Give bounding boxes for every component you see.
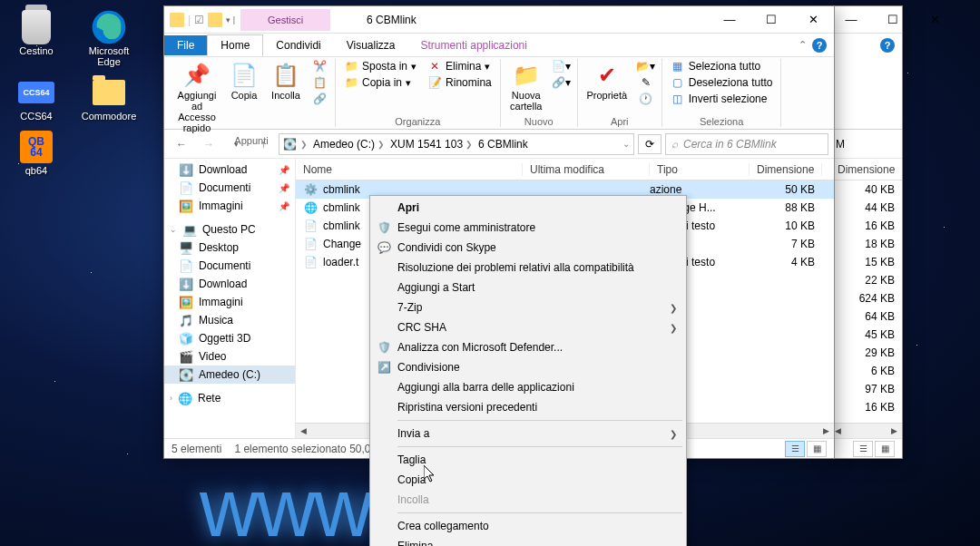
close-button[interactable]: ✕ xyxy=(792,6,834,34)
context-menu-item[interactable]: Aggiungi alla barra delle applicazioni xyxy=(372,377,684,397)
collapse-ribbon-icon[interactable]: ⌃ xyxy=(799,39,807,51)
tab-file[interactable]: File xyxy=(164,35,207,55)
edit-icon[interactable]: ✎ xyxy=(636,75,656,90)
rename-button[interactable]: 📝Rinomina xyxy=(425,75,495,90)
folder-icon xyxy=(93,80,125,105)
addr-dropdown[interactable]: ⌄ xyxy=(622,139,630,149)
pin-quick-access-button[interactable]: 📌 Aggiungi ad Accesso rapido xyxy=(173,59,220,135)
context-menu-item[interactable]: Risoluzione dei problemi relativi alla c… xyxy=(372,258,684,278)
nav-rete[interactable]: ›🌐Rete xyxy=(164,389,295,407)
scroll-right-icon[interactable]: ▶ xyxy=(818,424,834,439)
nav-musica[interactable]: 🎵Musica xyxy=(164,311,295,329)
select-all-button[interactable]: ▦Seleziona tutto xyxy=(668,59,776,73)
search-input[interactable]: ⌕ Cerca in 6 CBMlink xyxy=(665,133,828,155)
nav-documenti[interactable]: 📄Documenti📌 xyxy=(164,179,295,197)
forward-button[interactable]: → xyxy=(197,132,220,156)
context-menu-item[interactable]: 💬Condividi con Skype xyxy=(372,238,684,258)
tab-condividi[interactable]: Condividi xyxy=(263,35,333,55)
nav-video[interactable]: 🎬Video xyxy=(164,347,295,366)
context-menu-item[interactable]: 🛡️Esegui come amministratore xyxy=(372,218,684,238)
nav-download[interactable]: ⬇️Download📌 xyxy=(164,161,295,179)
maximize-button[interactable]: ☐ xyxy=(750,6,792,34)
move-to-button[interactable]: 📁Sposta in ▾ xyxy=(341,59,419,73)
tab-home[interactable]: Home xyxy=(207,34,263,56)
file-size: 7 KB xyxy=(750,238,822,250)
nav-desktop[interactable]: 🖥️Desktop xyxy=(164,239,295,257)
invert-select-button[interactable]: ◫Inverti selezione xyxy=(668,92,776,106)
context-menu-item[interactable]: 7-Zip❯ xyxy=(372,297,684,317)
col-modified[interactable]: Ultima modifica xyxy=(523,163,650,176)
desktop-icon-edge[interactable]: Microsoft Edge xyxy=(82,9,136,67)
context-menu-item[interactable]: Ripristina versioni precedenti xyxy=(372,397,684,417)
context-menu-item[interactable]: Aggiungi a Start xyxy=(372,278,684,297)
desktop-icon-qb64[interactable]: QB64 qb64 xyxy=(9,129,64,176)
context-menu-item[interactable]: ↗️Condivisione xyxy=(372,357,684,377)
nav-documenti2[interactable]: 📄Documenti xyxy=(164,257,295,275)
copy-path-icon[interactable]: 📋 xyxy=(309,75,329,90)
copy-to-button[interactable]: 📁Copia in ▾ xyxy=(341,75,419,90)
new-item-icon[interactable]: 📄▾ xyxy=(552,59,572,73)
cut-icon[interactable]: ✂️ xyxy=(309,59,329,73)
recycle-bin-icon xyxy=(22,10,51,44)
context-menu-item[interactable]: CRC SHA❯ xyxy=(372,317,684,337)
view-icons-button[interactable]: ▦ xyxy=(807,441,827,457)
help-icon[interactable]: ? xyxy=(812,38,827,53)
copy-button[interactable]: 📄 Copia xyxy=(226,59,262,102)
address-bar[interactable]: 💽 ❯ Amedeo (C:)❯ XUM 1541 103❯ 6 CBMlink… xyxy=(279,133,634,155)
view-details-button[interactable]: ☰ xyxy=(785,441,805,457)
back-button[interactable]: ← xyxy=(170,132,193,156)
desktop-icon-commodore[interactable]: Commodore xyxy=(82,74,136,122)
recent-dropdown[interactable]: ▾ xyxy=(224,132,248,156)
open-icon[interactable]: 📂▾ xyxy=(636,59,656,73)
minimize-button[interactable]: — xyxy=(709,6,750,34)
context-menu-item[interactable]: Elimina xyxy=(372,536,684,546)
crumb-0[interactable]: Amedeo (C:)❯ xyxy=(311,138,387,151)
up-button[interactable]: ↑ xyxy=(251,132,275,156)
minimize-button-back[interactable]: — xyxy=(830,6,872,34)
tab-visualizza[interactable]: Visualizza xyxy=(334,35,408,55)
context-menu-item[interactable]: Invia a❯ xyxy=(372,424,684,444)
qat-folder-icon[interactable] xyxy=(170,13,184,27)
tab-strumenti[interactable]: Strumenti applicazioni xyxy=(408,35,540,55)
refresh-button[interactable]: ⟳ xyxy=(638,134,662,154)
nav-oggetti3d[interactable]: 🧊Oggetti 3D xyxy=(164,329,295,347)
context-menu-item[interactable]: 🛡️Analizza con Microsoft Defender... xyxy=(372,337,684,357)
col-type[interactable]: Tipo xyxy=(650,163,750,176)
desktop-icon-bin[interactable]: Cestino xyxy=(9,9,64,67)
properties-button[interactable]: ✔ Proprietà xyxy=(583,59,631,102)
nav-immagini2[interactable]: 🖼️Immagini xyxy=(164,293,295,311)
desktop-icon-ccs64[interactable]: CCS64 CCS64 xyxy=(9,74,64,122)
context-menu-item[interactable]: Taglia xyxy=(372,450,684,470)
nav-download2[interactable]: ⬇️Download xyxy=(164,275,295,293)
new-folder-button[interactable]: 📁 Nuova cartella xyxy=(506,59,546,113)
easy-access-icon[interactable]: 🔗▾ xyxy=(552,75,572,90)
qat-dropdown[interactable]: ▾ | xyxy=(226,15,235,24)
back-col-dimensione[interactable]: Dimensione xyxy=(838,163,895,176)
help-icon-back[interactable]: ? xyxy=(880,38,895,53)
paste-shortcut-icon[interactable]: 🔗 xyxy=(309,92,329,106)
paste-button[interactable]: 📋 Incolla xyxy=(268,59,304,102)
qat-check-icon[interactable]: ☑ xyxy=(194,14,204,26)
view-details-back[interactable]: ☰ xyxy=(853,441,873,457)
maximize-button-back[interactable]: ☐ xyxy=(872,6,914,34)
context-menu-label: Ripristina versioni precedenti xyxy=(397,401,537,414)
nav-amedeo[interactable]: 💽Amedeo (C:) xyxy=(164,366,295,384)
crumb-2[interactable]: 6 CBMlink xyxy=(476,138,530,151)
nav-immagini[interactable]: 🖼️Immagini📌 xyxy=(164,197,295,215)
close-button-back[interactable]: ✕ xyxy=(914,6,956,34)
context-menu-item[interactable]: Apri xyxy=(372,198,684,218)
col-size[interactable]: Dimensione xyxy=(750,163,822,176)
history-icon[interactable]: 🕐 xyxy=(636,92,656,106)
delete-button[interactable]: ✕Elimina ▾ xyxy=(425,59,495,73)
view-icons-back[interactable]: ▦ xyxy=(875,441,895,457)
context-menu-item[interactable]: Copia xyxy=(372,470,684,490)
context-menu-item[interactable]: Crea collegamento xyxy=(372,516,684,536)
deselect-button[interactable]: ▢Deseleziona tutto xyxy=(668,75,776,90)
col-name[interactable]: Nome xyxy=(296,163,523,176)
column-headers[interactable]: Nome Ultima modifica Tipo Dimensione xyxy=(296,159,834,180)
scroll-right-icon[interactable]: ▶ xyxy=(887,424,902,439)
scroll-left-icon[interactable]: ◀ xyxy=(296,424,311,439)
nav-this-pc[interactable]: ⌄💻Questo PC xyxy=(164,220,295,239)
crumb-1[interactable]: XUM 1541 103❯ xyxy=(388,138,475,151)
qat-folder2-icon[interactable] xyxy=(208,13,222,27)
